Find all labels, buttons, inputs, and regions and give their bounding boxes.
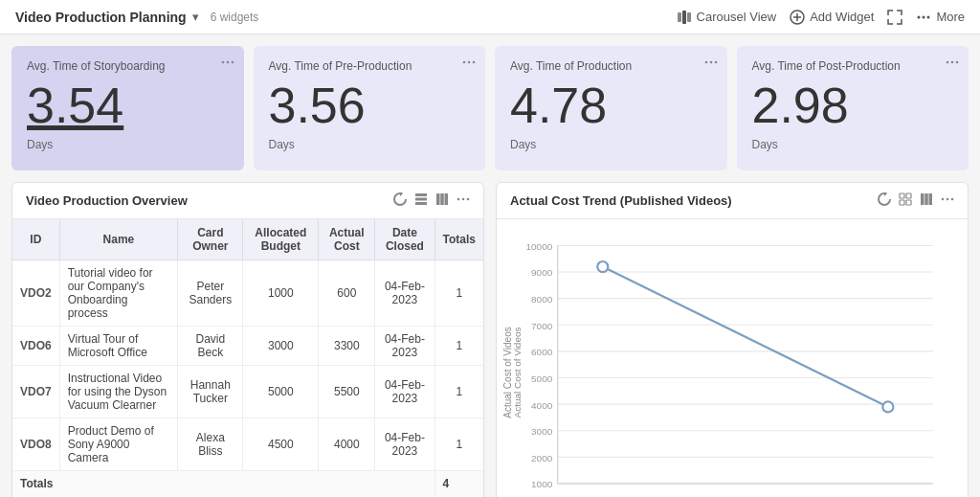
svg-point-38 xyxy=(947,198,949,201)
svg-rect-34 xyxy=(921,193,924,205)
row-owner: Hannah Tucker xyxy=(178,366,243,418)
row-owner: Peter Sanders xyxy=(178,260,243,327)
svg-point-12 xyxy=(463,61,466,64)
svg-text:Actual Cost of Videos: Actual Cost of Videos xyxy=(512,328,523,418)
table-column-header: Card Owner xyxy=(178,219,243,260)
page-title: Video Production Planning xyxy=(15,10,187,25)
bottom-row: Video Production Overview xyxy=(11,182,969,497)
svg-text:7000: 7000 xyxy=(531,321,553,331)
svg-rect-23 xyxy=(415,202,427,205)
svg-point-16 xyxy=(709,61,712,64)
svg-point-20 xyxy=(956,61,959,64)
svg-text:5000: 5000 xyxy=(531,373,553,384)
y-axis-label: Actual Cost of Videos xyxy=(502,327,513,418)
metrics-row: Avg. Time of Storyboarding 3.54 Days Avg… xyxy=(11,46,969,170)
top-bar-actions: Carousel View Add Widget M xyxy=(677,10,965,25)
more-menu-button[interactable]: More xyxy=(916,10,965,25)
row-owner: Alexa Bliss xyxy=(178,418,243,471)
more-label: More xyxy=(936,10,965,24)
table-widget: Video Production Overview xyxy=(11,182,484,497)
chart-refresh-icon[interactable] xyxy=(878,192,891,209)
svg-rect-36 xyxy=(929,193,933,205)
svg-text:10000: 10000 xyxy=(526,241,553,252)
svg-point-7 xyxy=(923,15,925,18)
svg-text:1000: 1000 xyxy=(531,479,553,489)
row-budget: 5000 xyxy=(243,366,319,418)
svg-point-13 xyxy=(468,61,471,64)
metric-value-0: 3.54 xyxy=(27,80,229,130)
row-actual: 4000 xyxy=(319,418,375,471)
row-name: Instructional Video for using the Dyson … xyxy=(59,366,178,418)
svg-rect-25 xyxy=(440,193,444,205)
totals-value: 4 xyxy=(434,471,483,497)
row-date: 04-Feb-2023 xyxy=(375,327,434,366)
row-name: Product Demo of Sony A9000 Camera xyxy=(59,418,178,471)
svg-point-8 xyxy=(927,15,930,18)
chart-area: 1000200030004000500060007000800090001000… xyxy=(497,219,968,497)
row-totals: 1 xyxy=(434,366,483,418)
table-view-icon[interactable] xyxy=(414,192,428,209)
chart-grid-icon[interactable] xyxy=(899,192,912,209)
svg-rect-21 xyxy=(415,193,427,196)
metric-card-1: Avg. Time of Pre-Production 3.56 Days xyxy=(254,46,486,170)
svg-text:4000: 4000 xyxy=(531,400,553,411)
svg-rect-31 xyxy=(906,193,911,198)
metric-card-menu-2[interactable] xyxy=(704,56,718,72)
ellipsis-icon xyxy=(916,10,931,25)
metric-card-menu-1[interactable] xyxy=(462,56,476,72)
svg-point-27 xyxy=(457,198,460,201)
row-id: VDO2 xyxy=(12,260,59,327)
metric-card-3: Avg. Time of Post-Production 2.98 Days xyxy=(737,46,969,170)
metric-unit-0: Days xyxy=(27,138,229,151)
svg-rect-2 xyxy=(687,12,691,22)
table-more-icon[interactable] xyxy=(457,192,470,209)
row-totals: 1 xyxy=(434,260,483,327)
chart-more-icon[interactable] xyxy=(941,192,954,209)
metric-card-menu-0[interactable] xyxy=(221,56,234,72)
chart-widget-title: Actual Cost Trend (Published Videos) xyxy=(510,193,870,208)
svg-point-17 xyxy=(714,61,717,64)
chart-columns-icon[interactable] xyxy=(920,192,933,209)
totals-label: Totals xyxy=(12,471,434,497)
metric-card-0: Avg. Time of Storyboarding 3.54 Days xyxy=(11,46,244,170)
metric-label-0: Avg. Time of Storyboarding xyxy=(27,59,229,73)
row-date: 04-Feb-2023 xyxy=(375,366,434,418)
metric-card-2: Avg. Time of Production 4.78 Days xyxy=(495,46,727,170)
svg-rect-26 xyxy=(445,193,449,205)
svg-rect-35 xyxy=(924,193,928,205)
expand-button[interactable] xyxy=(887,10,902,25)
row-budget: 4500 xyxy=(243,418,319,471)
row-owner: David Beck xyxy=(178,327,243,366)
svg-point-19 xyxy=(951,61,954,64)
table-row: VDO2 Tutorial video for our Company's On… xyxy=(12,260,483,327)
carousel-view-button[interactable]: Carousel View xyxy=(677,10,777,25)
svg-point-11 xyxy=(231,61,234,64)
table-row: VDO7 Instructional Video for using the D… xyxy=(12,366,483,418)
table-totals-row: Totals 4 xyxy=(12,471,483,497)
row-date: 04-Feb-2023 xyxy=(375,260,434,327)
svg-point-14 xyxy=(473,61,476,64)
svg-rect-1 xyxy=(682,11,686,24)
svg-point-28 xyxy=(462,198,465,201)
row-id: VDO7 xyxy=(12,366,59,418)
expand-icon xyxy=(887,10,902,25)
metric-label-1: Avg. Time of Pre-Production xyxy=(269,59,471,73)
svg-point-15 xyxy=(704,61,707,64)
svg-point-61 xyxy=(597,261,608,272)
columns-icon[interactable] xyxy=(435,192,449,209)
row-name: Tutorial video for our Company's Onboard… xyxy=(59,260,178,327)
row-totals: 1 xyxy=(434,418,483,471)
svg-rect-22 xyxy=(415,198,427,201)
metric-card-menu-3[interactable] xyxy=(946,56,959,72)
table-row: VDO6 Virtual Tour of Microsoft Office Da… xyxy=(12,327,483,366)
dropdown-icon[interactable]: ▾ xyxy=(192,10,199,24)
dashboard: Avg. Time of Storyboarding 3.54 Days Avg… xyxy=(0,34,980,497)
metric-label-3: Avg. Time of Post-Production xyxy=(752,59,954,73)
refresh-icon[interactable] xyxy=(393,192,407,209)
row-budget: 1000 xyxy=(243,260,319,327)
chart-widget: Actual Cost Trend (Published Videos) xyxy=(496,182,969,497)
svg-point-62 xyxy=(882,401,893,412)
svg-rect-30 xyxy=(900,193,904,198)
svg-text:3000: 3000 xyxy=(531,426,553,437)
add-widget-button[interactable]: Add Widget xyxy=(790,10,874,25)
